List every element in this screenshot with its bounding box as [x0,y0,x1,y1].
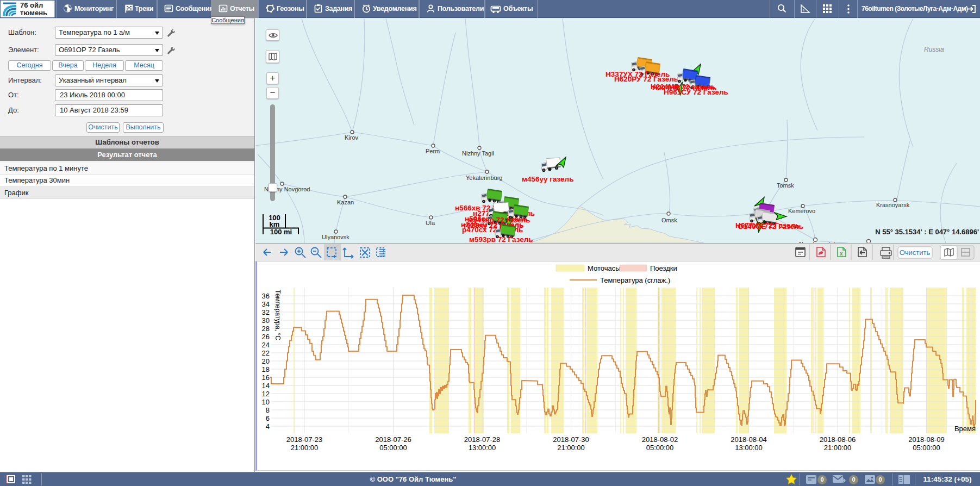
svg-text:Очистить: Очистить [900,248,931,257]
svg-text:Время: Время [954,425,976,433]
svg-text:21:00:00: 21:00:00 [557,444,585,452]
svg-text:Omsk: Omsk [661,217,677,223]
svg-text:2018-08-04: 2018-08-04 [731,435,767,444]
svg-text:22: 22 [262,349,270,357]
svg-text:16: 16 [262,373,270,382]
svg-text:Температура, °C: Температура, °C [274,290,282,340]
svg-text:x: x [840,251,843,257]
svg-text:10: 10 [262,398,270,406]
svg-text:28: 28 [262,325,270,333]
svg-text:Russia: Russia [924,46,944,53]
svg-text:26: 26 [262,333,270,341]
svg-text:24: 24 [262,341,270,349]
svg-text:м456уу газель: м456уу газель [522,175,574,183]
svg-text:05:00:00: 05:00:00 [913,444,940,452]
svg-text:Kemerovo: Kemerovo [788,208,815,214]
svg-text:13:00:00: 13:00:00 [735,444,763,452]
svg-text:Yekaterinburg: Yekaterinburg [466,175,502,181]
svg-text:30: 30 [262,316,270,325]
svg-text:О146ОЕ 72 Газель: О146ОЕ 72 Газель [738,222,803,230]
svg-text:Поездки: Поездки [650,264,677,272]
svg-text:2018-08-06: 2018-08-06 [820,435,856,444]
svg-text:32: 32 [262,308,270,316]
svg-text:Температура (сглаж.): Температура (сглаж.) [600,276,670,284]
svg-text:Н620РУ 72 Газель: Н620РУ 72 Газель [614,75,678,83]
svg-text:km: km [270,220,280,228]
svg-text:2018-07-30: 2018-07-30 [553,435,589,444]
svg-text:8: 8 [266,406,270,414]
svg-text:20: 20 [262,357,270,365]
svg-text:36: 36 [262,292,270,300]
svg-text:2018-07-26: 2018-07-26 [375,435,411,444]
svg-text:05:00:00: 05:00:00 [379,444,407,452]
svg-text:Nizhny Tagil: Nizhny Tagil [462,150,494,157]
svg-text:Ulyanovsk: Ulyanovsk [322,234,349,240]
svg-text:N 55° 35.1534' : E 047° 14.689: N 55° 35.1534' : E 047° 14.6896' [875,228,979,236]
svg-text:Perm: Perm [426,148,440,154]
svg-text:2018-08-02: 2018-08-02 [642,435,678,444]
svg-text:Krasnoyarsk: Krasnoyarsk [876,202,910,208]
svg-text:05:00:00: 05:00:00 [646,444,674,452]
svg-text:Моточасы: Моточасы [588,264,621,272]
svg-text:м593рв 72 Газель: м593рв 72 Газель [469,235,533,243]
svg-text:21:00:00: 21:00:00 [291,444,319,452]
svg-text:Kazan: Kazan [337,199,354,205]
svg-text:Kirov: Kirov [345,134,359,141]
svg-text:34: 34 [262,300,270,308]
svg-text:21:00:00: 21:00:00 [824,444,852,452]
svg-text:Н961СУ 72 Газель: Н961СУ 72 Газель [664,88,728,96]
svg-text:100 mi: 100 mi [270,228,292,236]
svg-text:Tomsk: Tomsk [777,182,794,189]
svg-text:14: 14 [262,382,270,390]
svg-text:6: 6 [266,414,270,422]
svg-text:13:00:00: 13:00:00 [469,444,496,452]
svg-text:18: 18 [262,365,270,373]
svg-text:2018-07-23: 2018-07-23 [286,435,323,444]
svg-text:12: 12 [262,390,270,398]
svg-text:4: 4 [266,422,270,431]
svg-text:2018-08-09: 2018-08-09 [908,435,945,444]
svg-text:Ufa: Ufa [426,220,435,226]
svg-text:2018-07-28: 2018-07-28 [464,435,501,444]
